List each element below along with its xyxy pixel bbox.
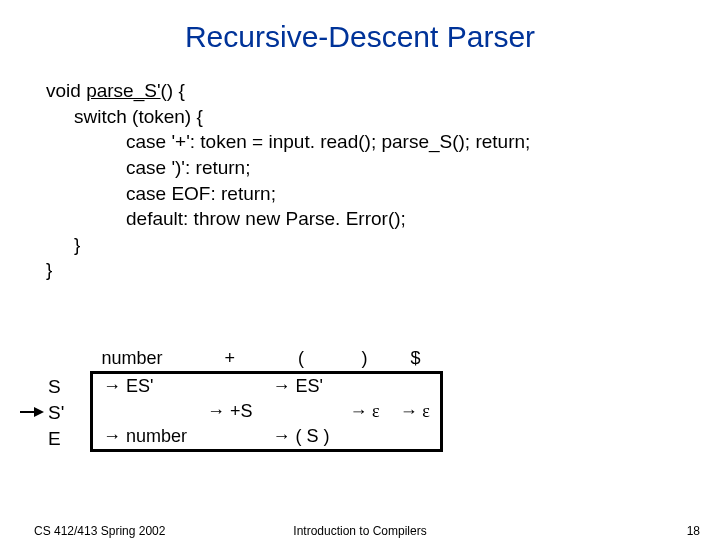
parse-table: number + ( ) $ → ES' → ES' → +S → ε → ε <box>90 346 443 452</box>
col-eof: $ <box>390 346 442 373</box>
grammar-row-labels: S S' E <box>48 374 64 453</box>
col-lparen: ( <box>263 346 340 373</box>
cell: → ε <box>340 399 390 424</box>
pointer-arrow-icon <box>20 406 42 416</box>
code-line: switch (token) { <box>46 104 720 130</box>
row-label-Sprime: S' <box>48 400 64 426</box>
cell <box>340 424 390 451</box>
code-line: } <box>46 232 720 258</box>
cell <box>197 424 263 451</box>
cell: → ES' <box>92 373 198 400</box>
cell <box>390 373 442 400</box>
footer-center: Introduction to Compilers <box>0 524 720 538</box>
col-rparen: ) <box>340 346 390 373</box>
page-title: Recursive-Descent Parser <box>0 0 720 54</box>
svg-marker-1 <box>34 407 44 417</box>
cell: → +S <box>197 399 263 424</box>
col-plus: + <box>197 346 263 373</box>
cell: → ε <box>390 399 442 424</box>
kw-void: void <box>46 80 86 101</box>
fn-name: parse_S' <box>86 80 160 101</box>
cell <box>340 373 390 400</box>
code-block: void parse_S'() { switch (token) { case … <box>0 54 720 283</box>
code-text: () { <box>161 80 185 101</box>
row-label-S: S <box>48 374 64 400</box>
col-number: number <box>92 346 198 373</box>
cell <box>197 373 263 400</box>
code-line: } <box>46 257 720 283</box>
cell <box>263 399 340 424</box>
row-label-E: E <box>48 426 64 452</box>
code-line: case '+': token = input. read(); parse_S… <box>46 129 720 155</box>
cell: → number <box>92 424 198 451</box>
cell <box>390 424 442 451</box>
cell: → ES' <box>263 373 340 400</box>
cell <box>92 399 198 424</box>
cell: → ( S ) <box>263 424 340 451</box>
code-line: case ')': return; <box>46 155 720 181</box>
code-line: case EOF: return; <box>46 181 720 207</box>
footer-page-number: 18 <box>687 524 700 538</box>
code-line: default: throw new Parse. Error(); <box>46 206 720 232</box>
code-line: void parse_S'() { <box>46 78 720 104</box>
